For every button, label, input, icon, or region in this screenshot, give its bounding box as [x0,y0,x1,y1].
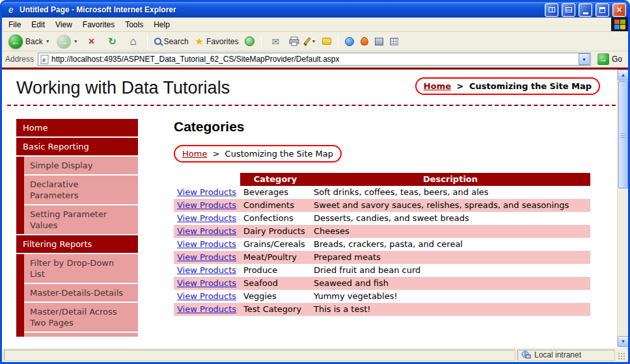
breadcrumb-home-link[interactable]: Home [182,149,207,159]
sidebar-group-basic-reporting: Simple Display Declarative Parameters Se… [16,157,138,234]
edit-button[interactable]: ▼ [303,36,318,47]
category-cell: Dairy Products [240,225,310,238]
maximize-button[interactable] [596,3,609,17]
breadcrumb-separator: > [213,149,220,159]
view-products-link[interactable]: View Products [177,304,236,314]
category-cell: Meat/Poultry [240,251,310,264]
sidebar-item-master-details-details[interactable]: Master-Details-Details [24,284,138,302]
sidebar-item-setting-parameter-values[interactable]: Setting Parameter Values [24,205,138,234]
menu-help[interactable]: Help [148,18,175,31]
sidebar-item-home[interactable]: Home [16,119,138,136]
go-button[interactable]: → Go [595,53,625,66]
close-icon: × [616,5,622,15]
sidebar-item-filtering-reports[interactable]: Filtering Reports [16,235,138,253]
view-products-link[interactable]: View Products [177,252,236,262]
sidebar-group-filtering-reports: Filter by Drop-Down List Master-Details-… [16,254,138,337]
view-products-link[interactable]: View Products [177,278,236,288]
sidebar-item-declarative-parameters[interactable]: Declarative Parameters [24,176,138,204]
flag-green [620,20,625,24]
discuss-button[interactable] [320,36,334,46]
maximize-icon [599,7,605,13]
back-button[interactable]: ← Back ▼ [6,33,53,50]
menu-favorites[interactable]: Favorites [77,18,120,31]
menu-tools[interactable]: Tools [120,18,148,31]
address-input[interactable] [51,54,576,64]
table-row: View Products Dairy Products Cheeses [174,225,590,238]
toolbar-extra-button-1[interactable] [358,36,371,47]
close-button[interactable]: × [612,3,626,17]
view-products-link[interactable]: View Products [177,200,236,210]
favorites-button[interactable]: ★ Favorites [193,34,241,49]
search-label: Search [164,37,189,46]
scroll-up-button[interactable]: ▲ [618,70,628,81]
status-bar: Local intranet [2,347,628,362]
category-cell: Produce [240,264,310,277]
sidebar-item-basic-reporting[interactable]: Basic Reporting [16,138,138,155]
view-products-link[interactable]: View Products [177,226,236,236]
forward-button[interactable]: → ▼ [54,33,81,50]
menu-view[interactable]: View [50,18,77,31]
description-cell: Desserts, candies, and sweet breads [310,212,590,225]
address-dropdown-button[interactable]: ▼ [579,53,590,65]
toolbar-extra-button-3[interactable] [387,36,401,47]
breadcrumb-top-annotation: Home > Customizing the Site Map [415,77,600,95]
view-products-link[interactable]: View Products [177,213,236,223]
scroll-down-button[interactable]: ▼ [618,336,628,347]
toolbar-extra-button-2[interactable] [372,36,386,47]
home-icon: ⌂ [126,35,141,48]
main-content: Categories Home > Customizing the Site M… [174,119,607,338]
home-button[interactable]: ⌂ [124,34,143,49]
messenger-button[interactable] [342,36,357,47]
menu-file[interactable]: File [3,18,26,31]
security-zone-panel: Local intranet [517,350,615,361]
table-row: View Products Test Category This is a te… [174,303,590,316]
header-empty [174,173,240,186]
table-row: View Products Produce Dried fruit and be… [174,264,590,277]
view-products-link[interactable]: View Products [177,187,236,197]
history-icon [245,36,254,46]
address-bar: Address e ▼ → Go [2,51,628,68]
view-products-link[interactable]: View Products [177,265,236,275]
titlebar-extra-button-2[interactable] [562,3,575,17]
sidebar-item-clipped[interactable] [24,333,138,337]
search-button[interactable]: Search [152,36,191,47]
sidebar-navigation: Home Basic Reporting Simple Display Decl… [16,119,138,338]
description-cell: Yummy vegetables! [310,290,590,303]
back-icon: ← [8,34,23,49]
description-cell: Breads, crackers, pasta, and cereal [310,238,590,251]
breadcrumb-home-link[interactable]: Home [424,81,451,91]
print-button[interactable] [286,35,302,47]
refresh-button[interactable]: ↻ [103,34,122,49]
breadcrumb-current: Customizing the Site Map [469,81,592,91]
sidebar-item-filter-by-dropdown-list[interactable]: Filter by Drop-Down List [24,254,138,283]
refresh-icon: ↻ [105,36,120,47]
description-cell: Soft drinks, coffees, teas, beers, and a… [310,186,590,199]
view-products-link[interactable]: View Products [177,291,236,301]
flag-blue [614,25,620,29]
sidebar-item-simple-display[interactable]: Simple Display [24,157,138,174]
local-intranet-icon [521,350,531,359]
menu-edit[interactable]: Edit [26,18,50,31]
view-products-link[interactable]: View Products [177,239,236,249]
messenger-icon [345,37,354,46]
vertical-scrollbar[interactable]: ▲ ▼ [617,70,628,347]
resize-grip[interactable] [617,352,626,361]
grid-icon [390,38,398,46]
breadcrumb-separator: > [457,81,464,91]
minimize-button[interactable] [579,3,592,17]
category-cell: Confections [240,212,310,225]
scrollbar-thumb[interactable] [618,81,628,188]
history-button[interactable] [242,35,257,47]
browser-viewport: Working with Data Tutorials Home > Custo… [2,70,628,347]
stop-button[interactable]: × [82,35,102,48]
description-cell: Prepared meats [310,251,590,264]
stop-icon: × [85,36,99,47]
mail-icon: ✉ [268,36,282,47]
flag-red [614,20,620,24]
titlebar-extra-button-1[interactable] [545,3,558,17]
browser-window: e Untitled Page - Microsoft Internet Exp… [0,0,630,364]
windows-logo-throbber [611,18,628,31]
sidebar-item-master-detail-two-pages[interactable]: Master/Detail Across Two Pages [24,303,138,332]
mail-button[interactable]: ✉ [266,35,285,48]
category-cell: Grains/Cereals [240,238,310,251]
